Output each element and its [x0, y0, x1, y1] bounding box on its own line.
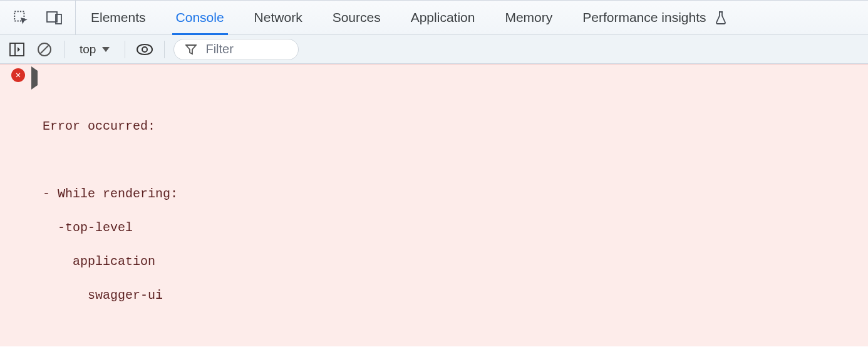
tab-label: Performance insights	[582, 10, 706, 25]
message-gutter: ✕	[5, 67, 31, 338]
toolbar-divider	[125, 41, 125, 58]
tabbar-left-icons	[0, 1, 76, 34]
text-line: application	[43, 253, 178, 270]
tab-label: Memory	[505, 10, 552, 25]
text-line: - While rendering:	[43, 185, 178, 202]
tab-label: Application	[411, 10, 475, 25]
console-toolbar: top Filter	[0, 35, 868, 64]
message-text: Error occurred: - While rendering: -top-…	[43, 67, 178, 338]
error-icon: ✕	[11, 68, 25, 82]
context-label: top	[80, 43, 96, 56]
filter-icon	[185, 44, 197, 55]
devtools-tabbar: Elements Console Network Sources Applica…	[0, 0, 868, 35]
text-line: -top-level	[43, 219, 178, 236]
tab-sources[interactable]: Sources	[318, 1, 396, 34]
tab-memory[interactable]: Memory	[490, 1, 567, 34]
tabs-list: Elements Console Network Sources Applica…	[76, 1, 745, 34]
tab-performance-insights[interactable]: Performance insights	[567, 1, 745, 34]
svg-point-7	[142, 47, 147, 52]
toolbar-divider	[164, 41, 165, 58]
tab-label: Console	[176, 10, 224, 25]
console-body: ✕ Error occurred: - While rendering: -to…	[0, 64, 868, 347]
text-line: Error occurred:	[43, 118, 178, 135]
filter-input[interactable]: Filter	[173, 39, 299, 60]
text-line: swagger-ui	[43, 287, 178, 304]
console-error-message: ✕ Error occurred: - While rendering: -to…	[0, 64, 868, 347]
live-expression-icon[interactable]	[134, 39, 155, 60]
expand-toggle[interactable]	[31, 67, 43, 338]
tab-application[interactable]: Application	[396, 1, 490, 34]
text-line	[43, 152, 178, 168]
toggle-sidebar-icon[interactable]	[6, 39, 28, 60]
tab-console[interactable]: Console	[161, 1, 239, 34]
text-line	[43, 84, 178, 101]
toolbar-divider	[64, 41, 65, 58]
context-selector[interactable]: top	[73, 43, 116, 56]
svg-rect-3	[10, 43, 24, 56]
tab-label: Network	[254, 10, 302, 25]
chevron-right-icon	[31, 66, 38, 90]
svg-line-6	[40, 45, 49, 54]
chevron-down-icon	[102, 47, 110, 52]
filter-placeholder: Filter	[205, 42, 233, 56]
tab-label: Sources	[333, 10, 381, 25]
inspect-icon[interactable]	[11, 8, 30, 27]
clear-console-icon[interactable]	[34, 39, 55, 60]
flask-icon	[711, 8, 730, 27]
tab-label: Elements	[91, 10, 146, 25]
tab-network[interactable]: Network	[239, 1, 318, 34]
tab-elements[interactable]: Elements	[76, 1, 161, 34]
device-toolbar-icon[interactable]	[45, 8, 64, 27]
